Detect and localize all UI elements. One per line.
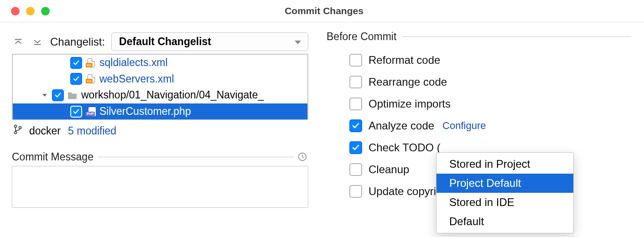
option-label: Update copyri (369, 185, 436, 198)
checkbox[interactable] (349, 119, 362, 132)
changed-files-tree[interactable]: <> sqldialects.xml <> webServers.xml (12, 54, 308, 120)
popup-item-stored-in-project[interactable]: Stored in Project (436, 155, 573, 174)
collapse-all-icon[interactable] (12, 36, 25, 48)
divider (98, 157, 294, 157)
inspection-profile-popup: Stored in Project Project Default Stored… (436, 152, 574, 233)
commit-message-header: Commit Message (12, 151, 308, 163)
popup-item-stored-in-ide[interactable]: Stored in IDE (436, 193, 573, 212)
file-checkbox[interactable] (70, 73, 82, 85)
option-label: Rearrange code (369, 76, 447, 88)
commit-message-box (12, 166, 308, 208)
folder-name: workshop/01_Navigation/04_Navigate_ (81, 89, 264, 102)
svg-point-2 (19, 127, 21, 129)
option-reformat-code[interactable]: Reformat code (327, 49, 631, 71)
traffic-lights (0, 7, 50, 15)
expand-all-icon[interactable] (31, 36, 44, 48)
option-label: Reformat code (369, 54, 440, 67)
window-title: Commit Changes (50, 5, 644, 16)
tree-file-row[interactable]: <> sqldialects.xml (13, 55, 307, 71)
branch-icon (14, 124, 22, 137)
php-file-icon: PHP (86, 107, 96, 116)
folder-icon (68, 91, 78, 100)
xml-file-icon: <> (86, 74, 96, 83)
option-label: Cleanup (369, 163, 409, 176)
option-optimize-imports[interactable]: Optimize imports (327, 93, 631, 115)
option-analyze-code[interactable]: Analyze code Configure (327, 115, 631, 137)
changelist-toolbar: Changelist: Default Changelist (12, 32, 313, 51)
commit-message-input[interactable] (12, 166, 308, 207)
chevron-down-icon (294, 36, 301, 48)
tree-folder-row[interactable]: workshop/01_Navigation/04_Navigate_ (13, 87, 307, 103)
window-titlebar: Commit Changes (0, 0, 644, 22)
file-checkbox[interactable] (70, 106, 82, 118)
changelist-label: Changelist: (50, 36, 105, 48)
changelist-dropdown[interactable]: Default Changelist (111, 32, 308, 51)
maximize-window-button[interactable] (41, 7, 50, 15)
minimize-window-button[interactable] (26, 7, 35, 15)
file-name: webServers.xml (99, 73, 174, 86)
checkbox[interactable] (349, 76, 362, 88)
tree-file-row-selected[interactable]: PHP SilverCustomer.php (13, 103, 307, 120)
checkbox[interactable] (349, 98, 362, 110)
popup-item-default[interactable]: Default (436, 212, 573, 231)
svg-point-0 (15, 125, 17, 128)
file-name: sqldialects.xml (99, 57, 168, 69)
option-label: Analyze code (369, 119, 434, 132)
branch-name: docker (29, 125, 61, 137)
option-label: Check TODO ( (369, 141, 441, 154)
folder-checkbox[interactable] (52, 89, 64, 101)
commit-message-label: Commit Message (12, 151, 93, 163)
tree-file-row[interactable]: <> webServers.xml (13, 71, 307, 88)
close-window-button[interactable] (11, 7, 20, 15)
changelist-selected: Default Changelist (119, 36, 211, 48)
history-icon[interactable] (297, 152, 308, 163)
svg-point-1 (15, 132, 17, 134)
checkbox[interactable] (349, 54, 362, 67)
option-label: Optimize imports (369, 98, 451, 110)
modified-count-link[interactable]: 5 modified (68, 125, 116, 137)
checkbox[interactable] (349, 163, 362, 176)
file-name: SilverCustomer.php (99, 105, 191, 118)
divider (402, 36, 631, 37)
disclosure-chevron-icon[interactable] (41, 93, 48, 98)
vcs-status-row: docker 5 modified (12, 120, 313, 137)
before-commit-header: Before Commit (327, 31, 631, 43)
file-checkbox[interactable] (70, 57, 82, 69)
checkbox[interactable] (349, 185, 362, 198)
popup-item-project-default[interactable]: Project Default (436, 174, 573, 193)
xml-file-icon: <> (86, 58, 96, 67)
checkbox[interactable] (349, 141, 362, 154)
configure-link[interactable]: Configure (442, 120, 486, 132)
before-commit-label: Before Commit (327, 31, 396, 43)
option-rearrange-code[interactable]: Rearrange code (327, 71, 631, 93)
